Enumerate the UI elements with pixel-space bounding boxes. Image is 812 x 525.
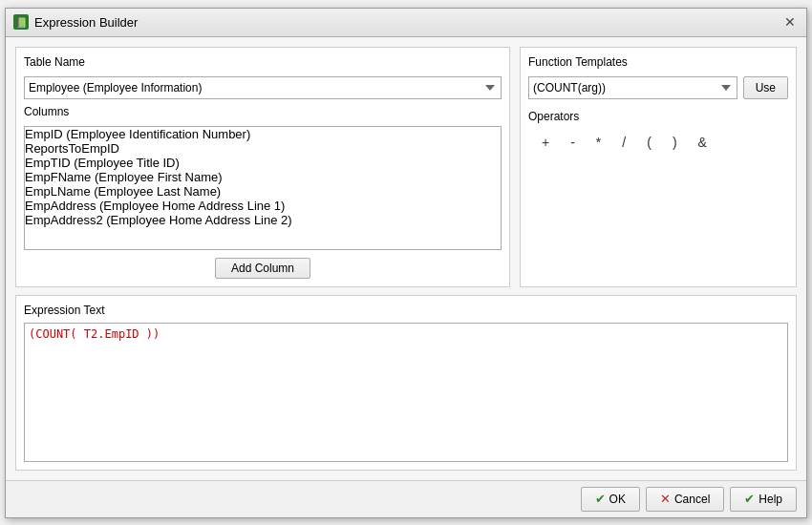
operators-label: Operators xyxy=(528,110,579,123)
ok-label: OK xyxy=(609,493,626,506)
operator-button-+[interactable]: + xyxy=(538,133,553,152)
expression-label: Expression Text xyxy=(24,304,788,317)
app-icon: 📗 xyxy=(13,14,29,30)
operator-button-*[interactable]: * xyxy=(592,133,605,152)
window-title: Expression Builder xyxy=(34,15,138,30)
columns-list[interactable]: EmpID (Employee Identification Number)Re… xyxy=(25,127,501,249)
operator-button-/[interactable]: / xyxy=(618,133,630,152)
list-item[interactable]: EmpFName (Employee First Name) xyxy=(25,170,501,184)
columns-wrapper: EmpID (Employee Identification Number)Re… xyxy=(24,126,502,250)
list-item[interactable]: EmpAddress2 (Employee Home Address Line … xyxy=(25,213,501,227)
function-templates-label: Function Templates xyxy=(528,55,788,69)
list-item[interactable]: ReportsToEmpID xyxy=(25,141,501,156)
ok-button[interactable]: ✔ OK xyxy=(581,487,640,512)
function-select[interactable]: (COUNT(arg)) xyxy=(528,76,737,99)
function-row: (COUNT(arg)) Use xyxy=(528,76,788,99)
add-column-button[interactable]: Add Column xyxy=(215,258,310,279)
list-item[interactable]: EmpTID (Employee Title ID) xyxy=(25,156,501,170)
use-button[interactable]: Use xyxy=(743,76,788,99)
columns-label: Columns xyxy=(24,105,502,118)
table-name-label: Table Name xyxy=(24,55,502,69)
cancel-label: Cancel xyxy=(674,493,710,506)
operator-button-)[interactable]: ) xyxy=(669,133,681,152)
operator-button--[interactable]: - xyxy=(566,133,579,152)
main-content: Table Name Employee (Employee Informatio… xyxy=(6,37,806,480)
expression-builder-window: 📗 Expression Builder ✕ Table Name Employ… xyxy=(5,8,807,518)
title-bar: 📗 Expression Builder ✕ xyxy=(6,9,806,37)
help-label: Help xyxy=(759,493,782,506)
expression-textarea[interactable] xyxy=(24,323,788,462)
cancel-icon: ✕ xyxy=(660,492,671,506)
operators-grid: +-*/()& xyxy=(528,129,788,156)
operator-button-&[interactable]: & xyxy=(694,133,711,152)
ok-icon: ✔ xyxy=(595,492,606,506)
expression-section: Expression Text xyxy=(15,295,797,471)
operators-section: Operators +-*/()& xyxy=(528,109,788,156)
table-name-select[interactable]: Employee (Employee Information) xyxy=(24,76,502,99)
list-item[interactable]: EmpID (Employee Identification Number) xyxy=(25,127,501,141)
left-panel: Table Name Employee (Employee Informatio… xyxy=(15,47,510,287)
list-item[interactable]: EmpLName (Employee Last Name) xyxy=(25,184,501,199)
title-bar-left: 📗 Expression Builder xyxy=(13,14,138,30)
right-panel: Function Templates (COUNT(arg)) Use Oper… xyxy=(520,47,797,287)
help-icon: ✔ xyxy=(744,492,755,506)
operator-button-([interactable]: ( xyxy=(643,133,655,152)
list-item[interactable]: EmpAddress (Employee Home Address Line 1… xyxy=(25,199,501,213)
cancel-button[interactable]: ✕ Cancel xyxy=(646,487,724,512)
close-button[interactable]: ✕ xyxy=(781,13,799,31)
top-section: Table Name Employee (Employee Informatio… xyxy=(15,47,797,287)
footer-bar: ✔ OK ✕ Cancel ✔ Help xyxy=(6,480,806,517)
help-button[interactable]: ✔ Help xyxy=(730,487,797,512)
